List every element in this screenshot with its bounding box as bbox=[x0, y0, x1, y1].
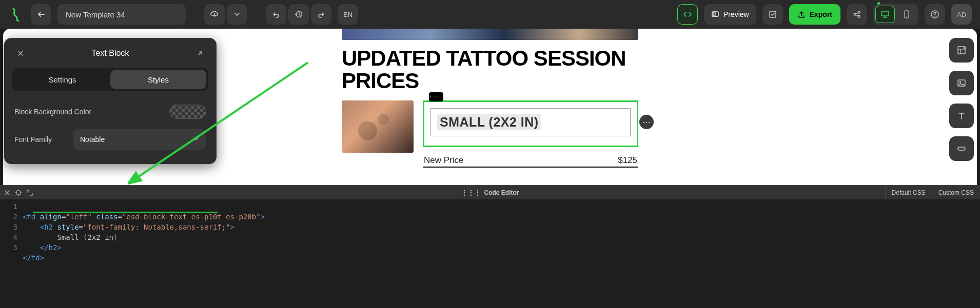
svg-point-9 bbox=[906, 16, 907, 17]
code-close-button[interactable] bbox=[2, 188, 12, 198]
code-text-content: Small bbox=[57, 233, 83, 241]
tattoo-thumbnail bbox=[342, 100, 414, 153]
code-editor-header: ⋮⋮⋮ Code Editor Default CSS Custom CSS bbox=[0, 185, 980, 199]
svg-point-14 bbox=[965, 47, 966, 48]
font-family-value: Notable bbox=[80, 135, 105, 143]
code-editor[interactable]: 12345 <td align="left" class="esd-block-… bbox=[0, 199, 980, 308]
drag-dots-icon[interactable]: ⋮⋮⋮ bbox=[461, 189, 481, 196]
device-switch bbox=[873, 4, 918, 25]
svg-point-18 bbox=[959, 81, 961, 83]
layout-tool-button[interactable] bbox=[949, 38, 974, 63]
code-target-button[interactable] bbox=[13, 188, 24, 198]
mobile-view-button[interactable] bbox=[897, 6, 916, 23]
export-button[interactable]: Export bbox=[789, 4, 840, 25]
redo-button[interactable] bbox=[311, 4, 331, 25]
svg-point-4 bbox=[854, 13, 856, 15]
svg-point-15 bbox=[964, 48, 965, 49]
image-tool-button[interactable] bbox=[949, 71, 974, 95]
svg-point-13 bbox=[964, 47, 965, 48]
chevron-down-icon bbox=[193, 135, 199, 143]
panel-close-button[interactable] bbox=[14, 47, 27, 59]
font-family-select[interactable]: Notable bbox=[73, 129, 206, 150]
svg-rect-7 bbox=[881, 11, 889, 16]
export-label: Export bbox=[810, 10, 832, 18]
language-button[interactable]: EN bbox=[338, 4, 358, 25]
block-menu-button[interactable]: ⋯ bbox=[639, 115, 654, 129]
stage: UPDATED TATTOO SESSION PRICES ⋮⋮⋮ SMALL … bbox=[0, 29, 980, 185]
history-button[interactable] bbox=[288, 4, 309, 25]
properties-panel: Text Block Settings Styles Block Backgro… bbox=[4, 38, 217, 164]
code-content[interactable]: <td align="left" class="esd-block-text e… bbox=[23, 199, 980, 308]
code-editor-title: Code Editor bbox=[484, 189, 519, 196]
preview-button[interactable]: Preview bbox=[704, 4, 756, 25]
right-tool-rail bbox=[949, 38, 974, 161]
topbar: New Template 34 EN Preview Export bbox=[0, 0, 980, 29]
selected-text-block[interactable]: SMALL (2X2 IN) bbox=[423, 100, 638, 147]
svg-point-6 bbox=[858, 15, 860, 17]
back-button[interactable] bbox=[31, 4, 51, 25]
desktop-view-button[interactable] bbox=[875, 6, 895, 23]
text-tool-button[interactable] bbox=[949, 104, 974, 128]
block-title[interactable]: SMALL (2X2 IN) bbox=[437, 114, 541, 130]
bg-color-swatch[interactable] bbox=[169, 105, 206, 119]
code-toggle-button[interactable] bbox=[677, 4, 698, 25]
share-button[interactable] bbox=[847, 4, 867, 25]
user-avatar[interactable]: AD bbox=[951, 4, 972, 25]
svg-point-16 bbox=[965, 48, 966, 49]
button-tool-button[interactable] bbox=[949, 136, 974, 161]
custom-css-tab[interactable]: Custom CSS bbox=[932, 186, 980, 200]
line-gutter: 12345 bbox=[0, 199, 23, 308]
notification-dot-icon bbox=[877, 2, 880, 5]
app-logo bbox=[8, 6, 25, 23]
template-name-field[interactable]: New Template 34 bbox=[57, 4, 186, 25]
font-family-label: Font Family bbox=[14, 135, 52, 143]
cloud-save-button[interactable] bbox=[204, 4, 225, 25]
code-expand-button[interactable] bbox=[25, 188, 35, 198]
main-area: UPDATED TATTOO SESSION PRICES ⋮⋮⋮ SMALL … bbox=[0, 29, 980, 308]
svg-point-5 bbox=[858, 11, 860, 13]
bg-color-label: Block Background Color bbox=[14, 108, 91, 116]
settings-tab[interactable]: Settings bbox=[14, 70, 110, 89]
save-dropdown-button[interactable] bbox=[227, 4, 247, 25]
svg-rect-2 bbox=[713, 13, 715, 15]
drag-handle-icon[interactable]: ⋮⋮⋮ bbox=[429, 92, 443, 101]
help-button[interactable] bbox=[925, 4, 945, 25]
default-css-tab[interactable]: Default CSS bbox=[885, 186, 932, 200]
email-headline[interactable]: UPDATED TATTOO SESSION PRICES bbox=[342, 47, 638, 92]
styles-tab[interactable]: Styles bbox=[110, 70, 206, 89]
checklist-button[interactable] bbox=[762, 4, 783, 25]
svg-rect-19 bbox=[958, 147, 965, 150]
panel-title: Text Block bbox=[27, 49, 194, 58]
price-value: $125 bbox=[618, 155, 637, 166]
undo-button[interactable] bbox=[266, 4, 286, 25]
annotation-underline bbox=[33, 212, 218, 213]
hero-image-placeholder bbox=[342, 29, 638, 40]
price-label: New Price bbox=[424, 155, 463, 166]
panel-popout-button[interactable] bbox=[194, 47, 206, 59]
preview-label: Preview bbox=[723, 10, 749, 18]
